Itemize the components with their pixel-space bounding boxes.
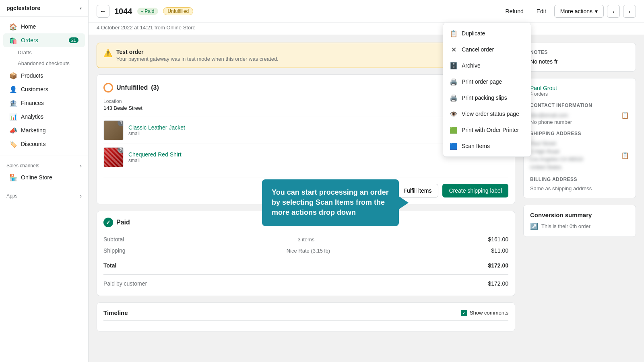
next-order-button[interactable]: › [623,5,636,18]
notes-empty: No notes fr [530,58,629,65]
orders-icon: 🛍️ [10,37,17,44]
sidebar-item-marketing[interactable]: 📣 Marketing [3,123,85,137]
sidebar-item-analytics[interactable]: 📊 Analytics [3,110,85,123]
dropdown-item-duplicate[interactable]: 📋 Duplicate [443,25,531,41]
home-icon: 🏠 [10,23,17,30]
store-chevron-icon: ▾ [80,6,82,10]
tooltip-bubble: You can start processing an order by sel… [262,179,399,226]
conversion-title: Conversion summary [530,212,629,218]
sidebar-item-online-store[interactable]: 🏪 Online Store [3,171,85,184]
apps-expand-icon[interactable]: › [80,193,82,199]
total-row: Total $172.00 [103,258,508,271]
item-1-variant: small [128,131,185,136]
customer-name-link[interactable]: Paul Grout [530,85,557,91]
sidebar-item-products[interactable]: 📦 Products [3,69,85,82]
item-2-link[interactable]: Chequered Red Shirt [128,151,182,158]
print-packing-icon: 🖨️ [450,94,458,102]
dropdown-item-print-packing[interactable]: 🖨️ Print packing slips [443,90,531,106]
shipping-address: Paul Street 1 High Road Los Angeles CA 9… [530,140,583,171]
order-number: 1044 [114,7,132,16]
online-store-icon: 🏪 [10,174,17,181]
back-button[interactable]: ← [97,5,109,18]
dropdown-item-print-order[interactable]: 🖨️ Print order page [443,74,531,90]
apps-label: Apps [6,193,17,199]
sidebar-item-finances[interactable]: 🏦 Finances [3,96,85,110]
print-order-printer-icon: 🟩 [450,126,458,134]
sidebar-item-orders[interactable]: 🛍️ Orders 21 [3,33,85,47]
more-actions-label: More actions [560,8,592,14]
unfulfilled-count: (3) [151,84,159,91]
page-header: ← 1044 Paid Unfulfilled Refund Edit More… [89,0,644,23]
item-2-qty: 2 [118,147,124,153]
customers-icon: 👤 [10,86,17,93]
more-actions-chevron-icon: ▾ [595,8,598,14]
sidebar-item-marketing-label: Marketing [21,127,45,134]
sidebar-item-customers[interactable]: 👤 Customers [3,82,85,96]
cancel-icon: ✕ [450,45,458,53]
sidebar-item-products-label: Products [21,72,43,79]
store-selector[interactable]: pgcteststore ▾ [0,0,88,16]
sidebar-item-home[interactable]: 🏠 Home [3,20,85,33]
contact-email-row: blur@email.com 📋 [530,111,629,119]
dropdown-item-scan-items[interactable]: 🟦 Scan Items [443,138,531,154]
dropdown-label-print-order-printer: Print with Order Printer [462,127,519,133]
orders-badge: 21 [69,37,78,43]
dropdown-item-cancel[interactable]: ✕ Cancel order [443,41,531,58]
dropdown-label-print-order: Print order page [462,78,502,85]
dropdown-label-view-status: View order status page [462,111,519,117]
copy-address-icon[interactable]: 📋 [621,152,629,159]
archive-icon: 🗄️ [450,62,458,70]
copy-email-icon[interactable]: 📋 [621,111,629,119]
notes-title: Notes [530,49,629,55]
sidebar-item-discounts[interactable]: 🏷️ Discounts [3,137,85,151]
edit-button[interactable]: Edit [532,5,551,18]
unfulfilled-label: Unfulfilled [116,84,148,91]
paid-status-icon: ✓ [103,218,113,227]
contact-section-title: CONTACT INFORMATION [530,103,629,108]
item-2-details: Chequered Red Shirt small [128,151,182,163]
main-content: ← 1044 Paid Unfulfilled Refund Edit More… [89,0,644,362]
sidebar-item-drafts[interactable]: Drafts [0,47,88,58]
sidebar-item-customers-label: Customers [21,86,48,93]
item-1-link[interactable]: Classic Leather Jacket [128,124,185,131]
subtotal-amount: $161.00 [488,236,508,243]
dropdown-item-view-status[interactable]: 👁️ View order status page [443,106,531,122]
dropdown-item-archive[interactable]: 🗄️ Archive [443,58,531,74]
alert-title: Test order [116,49,279,55]
unfulfilled-status-icon [103,83,113,93]
products-icon: 📦 [10,72,17,79]
sidebar: pgcteststore ▾ 🏠 Home 🛍️ Orders 21 Draft… [0,0,89,362]
shipping-row: Shipping Nice Rate (3.15 lb) $11.00 [103,245,508,256]
sidebar-item-home-label: Home [21,23,36,30]
duplicate-icon: 📋 [450,29,458,37]
shipping-rate: Nice Rate (3.15 lb) [287,248,330,254]
dropdown-item-print-order-printer[interactable]: 🟩 Print with Order Printer [443,122,531,138]
create-shipping-label-button[interactable]: Create shipping label [442,184,508,197]
contact-email: blur@email.com [530,112,568,118]
sales-channels-expand-icon[interactable]: › [80,162,82,169]
timeline-header: Timeline ✓ Show comments [103,309,508,321]
shipping-address-title: SHIPPING ADDRESS [530,131,629,136]
item-1-details: Classic Leather Jacket small [128,124,185,136]
sidebar-item-analytics-label: Analytics [21,113,43,120]
item-2-image: 2 [103,147,124,167]
item-2-variant: small [128,158,182,163]
prev-order-button[interactable]: ‹ [607,5,620,18]
alert-content: Test order Your payment gateway was in t… [116,49,279,62]
sidebar-item-abandoned[interactable]: Abandoned checkouts [0,58,88,69]
conversion-row: ↗️ This is their 0th order [530,222,629,230]
sales-channels-section: Sales channels › [0,158,88,171]
total-label: Total [103,262,116,269]
tooltip-text: You can start processing an order by sel… [272,188,389,216]
total-amount: $172.00 [488,262,508,269]
fulfill-items-button[interactable]: Fulfill items [396,184,438,197]
item-1-qty: 1 [118,120,124,126]
sidebar-item-discounts-label: Discounts [21,141,45,147]
more-actions-dropdown: 📋 Duplicate ✕ Cancel order 🗄️ Archive 🖨️… [443,23,531,157]
more-actions-button[interactable]: More actions ▾ [554,5,604,18]
print-order-icon: 🖨️ [450,78,458,86]
side-column: Notes No notes fr Paul Grout 4 orders CO… [523,43,636,354]
sidebar-item-orders-label: Orders [21,37,38,43]
refund-button[interactable]: Refund [501,5,528,18]
show-comments-checkbox[interactable]: ✓ [461,310,467,316]
